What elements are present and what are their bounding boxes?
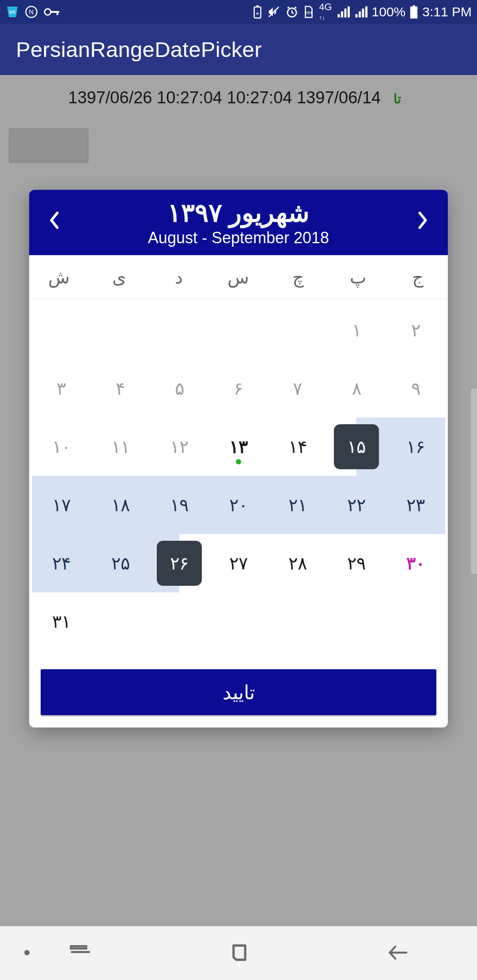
day-cell[interactable]: ۴ (91, 359, 150, 418)
network-type: 4G↑↓ (319, 2, 332, 22)
app-bar: PersianRangeDatePicker (0, 24, 477, 75)
day-cell[interactable]: ۳۱ (32, 592, 91, 651)
nav-recents-button[interactable] (68, 944, 92, 963)
sim-icon: HH (303, 5, 314, 19)
weekday-header: د (149, 267, 208, 287)
day-cell (150, 592, 209, 651)
day-cell[interactable]: ۳ (32, 359, 91, 418)
day-cell (209, 592, 268, 651)
nav-dot-icon (24, 950, 30, 957)
day-cell[interactable]: ۲۷ (209, 534, 268, 592)
svg-rect-13 (413, 5, 415, 7)
day-cell (150, 301, 209, 359)
dialog-header: شهریور ۱۳۹۷ August - September 2018 (29, 190, 448, 255)
svg-rect-7 (257, 5, 259, 7)
svg-text:ws: ws (9, 9, 16, 15)
n-circle-icon: N (25, 5, 38, 19)
day-cell[interactable]: ۶ (209, 359, 268, 418)
day-cell (91, 592, 150, 651)
day-cell[interactable]: ۷ (268, 359, 327, 418)
day-cell[interactable]: ۲۰ (209, 476, 268, 534)
day-cell (327, 592, 386, 651)
weekday-header: ش (29, 267, 89, 287)
day-cell[interactable]: ۱۸ (91, 476, 150, 534)
date-picker-dialog: شهریور ۱۳۹۷ August - September 2018 شیدس… (29, 190, 448, 727)
weekday-header: س (208, 267, 268, 287)
day-cell[interactable]: ۵ (150, 359, 209, 418)
day-cell[interactable]: ۱۱ (91, 418, 150, 476)
scroll-indicator (471, 388, 477, 574)
day-cell[interactable]: ۱۲ (150, 418, 209, 476)
day-cell (268, 301, 327, 359)
day-cell[interactable]: ۳۰ (386, 534, 445, 592)
nav-home-button[interactable] (230, 943, 249, 964)
day-grid: ۱۲۳۴۵۶۷۸۹۱۰۱۱۱۲۱۳۱۴۱۵۱۶۱۷۱۸۱۹۲۰۲۱۲۲۲۳۲۴۲… (29, 299, 448, 664)
weekday-header: پ (328, 267, 388, 287)
nav-back-button[interactable] (386, 944, 409, 963)
day-cell[interactable]: ۲۲ (327, 476, 386, 534)
app-badge-icon: ws (5, 5, 19, 19)
weekday-row: شیدسچپج (29, 255, 448, 299)
battery-full-icon (410, 5, 418, 19)
day-cell[interactable]: ۲ (386, 301, 445, 359)
day-cell[interactable]: ۱ (327, 301, 386, 359)
day-cell[interactable]: ۱۷ (32, 476, 91, 534)
day-cell (268, 592, 327, 651)
day-cell[interactable]: ۹ (386, 359, 445, 418)
day-cell[interactable]: ۱۵ (327, 418, 386, 476)
day-cell[interactable]: ۲۹ (327, 534, 386, 592)
month-gregorian: August - September 2018 (29, 229, 448, 247)
signal-1-icon (337, 6, 350, 18)
month-persian: شهریور ۱۳۹۷ (29, 198, 448, 228)
svg-rect-12 (410, 7, 417, 19)
battery-percent: 100% (372, 4, 406, 19)
svg-point-14 (24, 950, 30, 955)
day-cell[interactable]: ۲۳ (386, 476, 445, 534)
day-cell[interactable]: ۲۶ (150, 534, 209, 592)
weekday-header: چ (269, 267, 328, 287)
next-month-button[interactable] (407, 203, 438, 242)
day-cell (91, 301, 150, 359)
day-cell (386, 592, 445, 651)
day-cell (209, 301, 268, 359)
clock-time: 3:11 PM (422, 4, 472, 19)
day-cell[interactable]: ۱۹ (150, 476, 209, 534)
svg-point-3 (45, 9, 51, 15)
day-cell[interactable]: ۱۴ (268, 418, 327, 476)
alarm-icon (285, 5, 299, 19)
day-cell[interactable]: ۱۰ (32, 418, 91, 476)
day-cell[interactable]: ۲۸ (268, 534, 327, 592)
confirm-button[interactable]: تایید (41, 669, 436, 715)
vibrate-mute-icon (267, 5, 281, 19)
prev-month-button[interactable] (39, 203, 70, 242)
svg-rect-5 (57, 11, 58, 15)
battery-saver-icon: + (253, 5, 262, 19)
weekday-header: ی (89, 267, 148, 287)
day-cell[interactable]: ۱۳ (209, 418, 268, 476)
app-title: PersianRangeDatePicker (16, 37, 262, 62)
system-nav-bar (0, 926, 477, 980)
day-cell[interactable]: ۲۵ (91, 534, 150, 592)
day-cell[interactable]: ۲۴ (32, 534, 91, 592)
weekday-header: ج (388, 267, 448, 287)
day-cell[interactable]: ۸ (327, 359, 386, 418)
day-cell (32, 301, 91, 359)
svg-text:N: N (29, 8, 34, 15)
day-cell[interactable]: ۱۶ (386, 418, 445, 476)
day-cell[interactable]: ۲۱ (268, 476, 327, 534)
status-bar: ws N + HH 4G↑↓ (0, 0, 477, 24)
key-icon (43, 7, 61, 17)
signal-2-icon (354, 6, 367, 18)
svg-text:+: + (256, 9, 260, 17)
svg-text:HH: HH (306, 11, 312, 15)
